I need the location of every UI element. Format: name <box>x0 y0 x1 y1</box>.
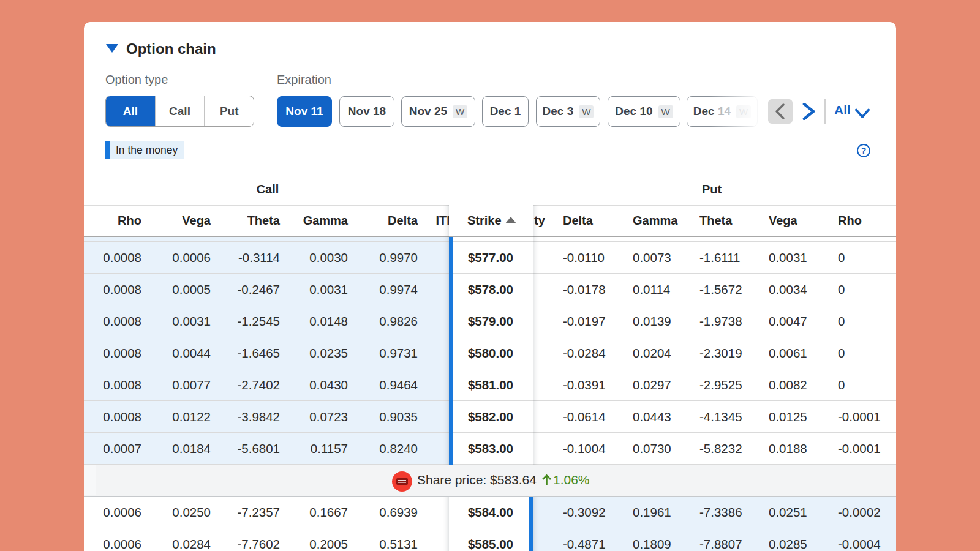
svg-text:?: ? <box>861 146 867 156</box>
